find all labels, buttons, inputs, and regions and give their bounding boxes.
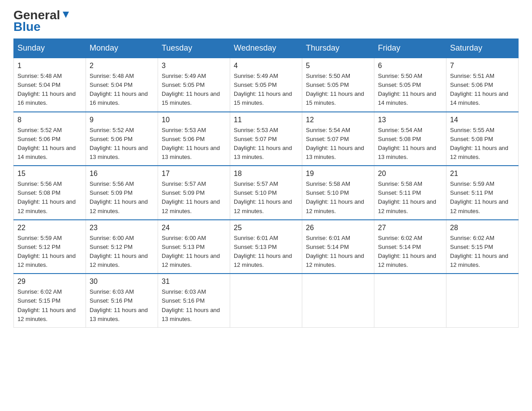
day-info: Sunrise: 5:59 AM Sunset: 5:11 PM Dayligh… bbox=[450, 180, 515, 216]
day-info: Sunrise: 5:50 AM Sunset: 5:05 PM Dayligh… bbox=[378, 72, 442, 108]
day-cell: 14 Sunrise: 5:55 AM Sunset: 5:08 PM Dayl… bbox=[446, 112, 519, 166]
day-number: 27 bbox=[378, 224, 442, 232]
day-info: Sunrise: 5:51 AM Sunset: 5:06 PM Dayligh… bbox=[450, 72, 515, 108]
day-info: Sunrise: 5:53 AM Sunset: 5:07 PM Dayligh… bbox=[234, 126, 298, 162]
day-cell: 7 Sunrise: 5:51 AM Sunset: 5:06 PM Dayli… bbox=[446, 58, 519, 112]
day-cell bbox=[230, 274, 302, 327]
day-cell: 3 Sunrise: 5:49 AM Sunset: 5:05 PM Dayli… bbox=[158, 58, 230, 112]
calendar-header: SundayMondayTuesdayWednesdayThursdayFrid… bbox=[14, 39, 519, 58]
day-number: 7 bbox=[450, 62, 515, 70]
day-number: 31 bbox=[162, 278, 226, 286]
day-cell: 6 Sunrise: 5:50 AM Sunset: 5:05 PM Dayli… bbox=[374, 58, 446, 112]
header-saturday: Saturday bbox=[446, 39, 519, 58]
day-info: Sunrise: 5:53 AM Sunset: 5:06 PM Dayligh… bbox=[162, 126, 226, 162]
day-number: 4 bbox=[234, 62, 298, 70]
day-number: 16 bbox=[90, 170, 154, 178]
day-info: Sunrise: 5:57 AM Sunset: 5:10 PM Dayligh… bbox=[234, 180, 298, 216]
day-cell: 2 Sunrise: 5:48 AM Sunset: 5:04 PM Dayli… bbox=[86, 58, 158, 112]
day-cell: 12 Sunrise: 5:54 AM Sunset: 5:07 PM Dayl… bbox=[302, 112, 374, 166]
day-info: Sunrise: 5:48 AM Sunset: 5:04 PM Dayligh… bbox=[90, 72, 154, 108]
day-number: 21 bbox=[450, 170, 515, 178]
day-number: 10 bbox=[162, 116, 226, 124]
day-cell: 18 Sunrise: 5:57 AM Sunset: 5:10 PM Dayl… bbox=[230, 166, 302, 220]
week-row-4: 22 Sunrise: 5:59 AM Sunset: 5:12 PM Dayl… bbox=[14, 220, 519, 274]
day-number: 9 bbox=[90, 116, 154, 124]
day-cell: 1 Sunrise: 5:48 AM Sunset: 5:04 PM Dayli… bbox=[14, 58, 86, 112]
svg-marker-0 bbox=[63, 12, 69, 18]
day-info: Sunrise: 5:54 AM Sunset: 5:07 PM Dayligh… bbox=[306, 126, 370, 162]
header-friday: Friday bbox=[374, 39, 446, 58]
day-number: 17 bbox=[162, 170, 226, 178]
day-cell: 22 Sunrise: 5:59 AM Sunset: 5:12 PM Dayl… bbox=[14, 220, 86, 274]
day-number: 6 bbox=[378, 62, 442, 70]
day-cell bbox=[374, 274, 446, 327]
day-cell: 15 Sunrise: 5:56 AM Sunset: 5:08 PM Dayl… bbox=[14, 166, 86, 220]
calendar-body: 1 Sunrise: 5:48 AM Sunset: 5:04 PM Dayli… bbox=[14, 58, 519, 327]
day-number: 1 bbox=[17, 62, 82, 70]
header-tuesday: Tuesday bbox=[158, 39, 230, 58]
day-info: Sunrise: 5:58 AM Sunset: 5:10 PM Dayligh… bbox=[306, 180, 370, 216]
day-cell: 20 Sunrise: 5:58 AM Sunset: 5:11 PM Dayl… bbox=[374, 166, 446, 220]
day-info: Sunrise: 6:03 AM Sunset: 5:16 PM Dayligh… bbox=[90, 287, 154, 324]
day-cell: 23 Sunrise: 6:00 AM Sunset: 5:12 PM Dayl… bbox=[86, 220, 158, 274]
day-info: Sunrise: 6:02 AM Sunset: 5:15 PM Dayligh… bbox=[17, 287, 82, 324]
day-info: Sunrise: 5:50 AM Sunset: 5:05 PM Dayligh… bbox=[306, 72, 370, 108]
day-cell: 10 Sunrise: 5:53 AM Sunset: 5:06 PM Dayl… bbox=[158, 112, 230, 166]
day-number: 22 bbox=[17, 224, 82, 232]
day-number: 11 bbox=[234, 116, 298, 124]
day-number: 14 bbox=[450, 116, 515, 124]
day-number: 2 bbox=[90, 62, 154, 70]
week-row-2: 8 Sunrise: 5:52 AM Sunset: 5:06 PM Dayli… bbox=[14, 112, 519, 166]
header-row: SundayMondayTuesdayWednesdayThursdayFrid… bbox=[14, 39, 519, 58]
day-info: Sunrise: 5:55 AM Sunset: 5:08 PM Dayligh… bbox=[450, 126, 515, 162]
day-info: Sunrise: 5:58 AM Sunset: 5:11 PM Dayligh… bbox=[378, 180, 442, 216]
day-info: Sunrise: 5:49 AM Sunset: 5:05 PM Dayligh… bbox=[162, 72, 226, 108]
day-cell: 4 Sunrise: 5:49 AM Sunset: 5:05 PM Dayli… bbox=[230, 58, 302, 112]
day-cell: 17 Sunrise: 5:57 AM Sunset: 5:09 PM Dayl… bbox=[158, 166, 230, 220]
day-info: Sunrise: 6:00 AM Sunset: 5:13 PM Dayligh… bbox=[162, 234, 226, 270]
logo-arrow-icon bbox=[61, 10, 71, 20]
day-info: Sunrise: 6:02 AM Sunset: 5:15 PM Dayligh… bbox=[450, 234, 515, 270]
day-info: Sunrise: 6:03 AM Sunset: 5:16 PM Dayligh… bbox=[162, 287, 226, 324]
day-cell: 25 Sunrise: 6:01 AM Sunset: 5:13 PM Dayl… bbox=[230, 220, 302, 274]
logo-blue: Blue bbox=[13, 20, 41, 34]
day-cell: 27 Sunrise: 6:02 AM Sunset: 5:14 PM Dayl… bbox=[374, 220, 446, 274]
day-info: Sunrise: 5:48 AM Sunset: 5:04 PM Dayligh… bbox=[17, 72, 82, 108]
day-cell: 28 Sunrise: 6:02 AM Sunset: 5:15 PM Dayl… bbox=[446, 220, 519, 274]
logo: General Blue bbox=[13, 9, 71, 34]
day-number: 5 bbox=[306, 62, 370, 70]
day-cell: 31 Sunrise: 6:03 AM Sunset: 5:16 PM Dayl… bbox=[158, 274, 230, 327]
day-number: 24 bbox=[162, 224, 226, 232]
day-info: Sunrise: 5:56 AM Sunset: 5:09 PM Dayligh… bbox=[90, 180, 154, 216]
calendar-table: SundayMondayTuesdayWednesdayThursdayFrid… bbox=[13, 39, 519, 328]
day-info: Sunrise: 6:02 AM Sunset: 5:14 PM Dayligh… bbox=[378, 234, 442, 270]
day-info: Sunrise: 6:01 AM Sunset: 5:14 PM Dayligh… bbox=[306, 234, 370, 270]
week-row-3: 15 Sunrise: 5:56 AM Sunset: 5:08 PM Dayl… bbox=[14, 166, 519, 220]
day-number: 18 bbox=[234, 170, 298, 178]
day-info: Sunrise: 5:52 AM Sunset: 5:06 PM Dayligh… bbox=[90, 126, 154, 162]
day-number: 15 bbox=[17, 170, 82, 178]
day-cell: 11 Sunrise: 5:53 AM Sunset: 5:07 PM Dayl… bbox=[230, 112, 302, 166]
day-cell: 8 Sunrise: 5:52 AM Sunset: 5:06 PM Dayli… bbox=[14, 112, 86, 166]
day-cell: 9 Sunrise: 5:52 AM Sunset: 5:06 PM Dayli… bbox=[86, 112, 158, 166]
day-info: Sunrise: 5:54 AM Sunset: 5:08 PM Dayligh… bbox=[378, 126, 442, 162]
day-cell: 5 Sunrise: 5:50 AM Sunset: 5:05 PM Dayli… bbox=[302, 58, 374, 112]
day-info: Sunrise: 5:57 AM Sunset: 5:09 PM Dayligh… bbox=[162, 180, 226, 216]
day-info: Sunrise: 5:52 AM Sunset: 5:06 PM Dayligh… bbox=[17, 126, 82, 162]
day-cell: 30 Sunrise: 6:03 AM Sunset: 5:16 PM Dayl… bbox=[86, 274, 158, 327]
day-cell: 19 Sunrise: 5:58 AM Sunset: 5:10 PM Dayl… bbox=[302, 166, 374, 220]
day-number: 3 bbox=[162, 62, 226, 70]
header-monday: Monday bbox=[86, 39, 158, 58]
header-thursday: Thursday bbox=[302, 39, 374, 58]
header-wednesday: Wednesday bbox=[230, 39, 302, 58]
day-cell: 24 Sunrise: 6:00 AM Sunset: 5:13 PM Dayl… bbox=[158, 220, 230, 274]
day-number: 28 bbox=[450, 224, 515, 232]
week-row-1: 1 Sunrise: 5:48 AM Sunset: 5:04 PM Dayli… bbox=[14, 58, 519, 112]
day-info: Sunrise: 5:49 AM Sunset: 5:05 PM Dayligh… bbox=[234, 72, 298, 108]
day-info: Sunrise: 6:00 AM Sunset: 5:12 PM Dayligh… bbox=[90, 234, 154, 270]
page-header: General Blue bbox=[13, 9, 519, 34]
day-cell: 21 Sunrise: 5:59 AM Sunset: 5:11 PM Dayl… bbox=[446, 166, 519, 220]
day-number: 19 bbox=[306, 170, 370, 178]
day-number: 23 bbox=[90, 224, 154, 232]
day-number: 13 bbox=[378, 116, 442, 124]
